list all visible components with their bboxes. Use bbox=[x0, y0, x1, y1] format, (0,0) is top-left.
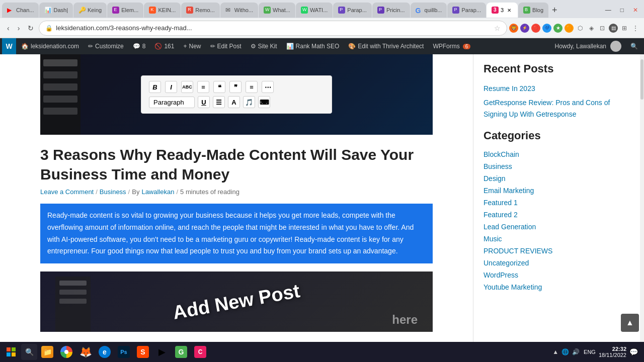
category-item-link[interactable]: Uncategorized bbox=[484, 257, 634, 269]
category-item-link[interactable]: Lead Generation bbox=[484, 221, 634, 233]
taskbar-app-firefox[interactable]: 🦊 bbox=[76, 343, 95, 361]
refresh-button[interactable]: ↻ bbox=[25, 22, 37, 34]
category-item-link[interactable]: WordPress bbox=[484, 269, 634, 281]
site-kit-label: Site Kit bbox=[258, 43, 277, 50]
address-bar[interactable]: 🔒 ☆ bbox=[39, 21, 507, 36]
category-item-link[interactable]: BlockChain bbox=[484, 148, 634, 160]
browser-tab[interactable]: 🔑 Keing bbox=[73, 3, 107, 18]
scroll-to-top-button[interactable]: ▲ bbox=[621, 314, 639, 332]
back-button[interactable]: ‹ bbox=[4, 22, 13, 34]
taskbar-app-explorer[interactable]: 📁 bbox=[38, 343, 56, 361]
taskbar-search[interactable]: 🔍 bbox=[21, 344, 37, 360]
category-item-link[interactable]: Email Marketing bbox=[484, 185, 634, 197]
wp-admin-comments[interactable]: 💬 8 bbox=[129, 38, 150, 54]
ext-icon9[interactable]: ▤ bbox=[609, 24, 618, 33]
category-item-link[interactable]: PRODUCT REVIEWS bbox=[484, 245, 634, 257]
start-button[interactable] bbox=[2, 343, 20, 361]
wp-logo[interactable]: W bbox=[2, 38, 16, 54]
ext-icon3[interactable]: 💙 bbox=[542, 24, 551, 33]
ext-icon10[interactable]: ⊞ bbox=[620, 24, 629, 33]
tab-close-button[interactable]: ✕ bbox=[506, 7, 513, 14]
taskbar-app-s[interactable]: S bbox=[134, 343, 152, 361]
taskbar-app-green[interactable]: G bbox=[172, 343, 190, 361]
notification-icon[interactable]: 💬 bbox=[629, 348, 638, 356]
tray-icon1[interactable]: ▲ bbox=[552, 348, 558, 355]
wp-admin-customize[interactable]: ✏ Customize bbox=[84, 38, 128, 54]
category-item-link[interactable]: Business bbox=[484, 160, 634, 172]
browser-tab[interactable]: W What... bbox=[259, 3, 295, 18]
wp-admin-thrive[interactable]: 🎨 Edit with Thrive Architect bbox=[344, 38, 428, 54]
wp-admin-site-kit[interactable]: ⚙ Site Kit bbox=[247, 38, 281, 54]
category-item-link[interactable]: Featured 1 bbox=[484, 197, 634, 209]
taskbar-clock[interactable]: 22:32 18/11/2022 bbox=[599, 346, 626, 358]
leave-comment-link[interactable]: Leave a Comment bbox=[40, 188, 94, 196]
taskbar-app-youtube[interactable]: ▶ bbox=[153, 343, 171, 361]
recent-post-link[interactable]: Resume In 2023 bbox=[484, 81, 634, 96]
ext-icon2[interactable]: 🔴 bbox=[531, 24, 540, 33]
ext-icon1[interactable]: ⚡ bbox=[520, 24, 529, 33]
browser-tab[interactable]: B Blog bbox=[518, 3, 548, 18]
browser-tab[interactable]: K KEIN... bbox=[144, 3, 181, 18]
minimize-button[interactable]: — bbox=[601, 5, 615, 16]
browser-tab[interactable]: R Remo... bbox=[181, 3, 220, 18]
network-icon[interactable]: 🌐 bbox=[561, 348, 569, 355]
forward-button[interactable]: › bbox=[15, 22, 23, 34]
extensions-button[interactable]: ⋮ bbox=[631, 24, 640, 33]
tab-title: WATI... bbox=[310, 7, 328, 13]
close-window-button[interactable]: ✕ bbox=[629, 5, 642, 16]
taskbar-app-chrome[interactable] bbox=[57, 343, 75, 361]
wpforms-label: WPForms bbox=[433, 43, 459, 50]
volume-icon[interactable]: 🔊 bbox=[572, 348, 580, 355]
fade-text: here bbox=[392, 313, 418, 327]
browser-tab[interactable]: W WATI... bbox=[296, 3, 333, 18]
new-tab-button[interactable]: + bbox=[549, 5, 560, 16]
wp-admin-rank-math[interactable]: 📊 Rank Math SEO bbox=[282, 38, 344, 54]
toolbar-btn-list2: ❝ bbox=[213, 81, 225, 93]
wp-admin-wpforms[interactable]: WPForms 6 bbox=[429, 38, 474, 54]
wp-admin-site-name[interactable]: 🏠 leksidenation.com bbox=[17, 38, 83, 54]
tab-favicon: 3 bbox=[492, 7, 499, 14]
brave-icon[interactable]: 🦁 bbox=[509, 24, 518, 33]
browser-tab[interactable]: ▶ Chan... bbox=[2, 3, 39, 18]
ext-icon7[interactable]: ◈ bbox=[587, 24, 596, 33]
wp-admin-counter[interactable]: 🚫 161 bbox=[150, 38, 178, 54]
list-item: BlockChain bbox=[484, 148, 634, 160]
maximize-button[interactable]: □ bbox=[616, 5, 628, 16]
browser-tab[interactable]: G quillb... bbox=[411, 3, 447, 18]
recent-post-link[interactable]: GetResponse Review: Pros and Cons of Sig… bbox=[484, 96, 634, 121]
wp-admin-edit-post[interactable]: ✏ Edit Post bbox=[206, 38, 246, 54]
browser-tab[interactable]: P Parap... bbox=[333, 3, 372, 18]
sidebar-scrollbar[interactable] bbox=[640, 54, 644, 362]
taskbar-app-photoshop[interactable]: Ps bbox=[115, 343, 133, 361]
categories-title: Categories bbox=[484, 129, 634, 142]
tab-title: Pricin... bbox=[386, 7, 405, 13]
url-input[interactable] bbox=[56, 24, 491, 32]
author-link[interactable]: Lawallekan bbox=[141, 188, 174, 196]
ext-icon6[interactable]: ⬡ bbox=[576, 24, 585, 33]
ext-icon8[interactable]: ⊡ bbox=[598, 24, 607, 33]
ext-icon5[interactable]: 🟠 bbox=[565, 24, 574, 33]
category-item-link[interactable]: Featured 2 bbox=[484, 209, 634, 221]
wp-admin-new[interactable]: + New bbox=[179, 38, 205, 54]
category-link[interactable]: Business bbox=[100, 188, 126, 196]
browser-tab[interactable]: E Elem... bbox=[107, 3, 143, 18]
star-icon[interactable]: ☆ bbox=[494, 24, 501, 32]
browser-tab[interactable]: 📊 Dash| bbox=[39, 3, 73, 18]
category-item-link[interactable]: Design bbox=[484, 172, 634, 185]
taskbar-app-edge[interactable]: e bbox=[96, 343, 114, 361]
wp-admin-user[interactable]: Howdy, Lawallekan bbox=[551, 38, 626, 54]
tab-title: Keing bbox=[88, 7, 102, 13]
taskbar-app-red[interactable]: C bbox=[191, 343, 209, 361]
content-area[interactable]: B I ABC ≡ ❝ ❞ ≡ ⋯ Paragraph bbox=[0, 54, 473, 362]
browser-tab[interactable]: P Pricin... bbox=[372, 3, 410, 18]
browser-tab-active[interactable]: 3 3 ✕ bbox=[487, 3, 518, 18]
category-item-link[interactable]: Youtube Marketing bbox=[484, 281, 634, 293]
paragraph-select[interactable]: Paragraph bbox=[149, 97, 195, 108]
browser-tab[interactable]: ✉ Witho... bbox=[220, 3, 258, 18]
tab-title: Remo... bbox=[195, 7, 215, 13]
browser-tab[interactable]: P Parap... bbox=[447, 3, 486, 18]
category-item-link[interactable]: Music bbox=[484, 233, 634, 245]
counter-icon: 🚫 bbox=[154, 43, 162, 50]
ext-icon4[interactable]: ★ bbox=[553, 24, 562, 33]
wp-admin-search[interactable]: 🔍 bbox=[626, 38, 642, 54]
